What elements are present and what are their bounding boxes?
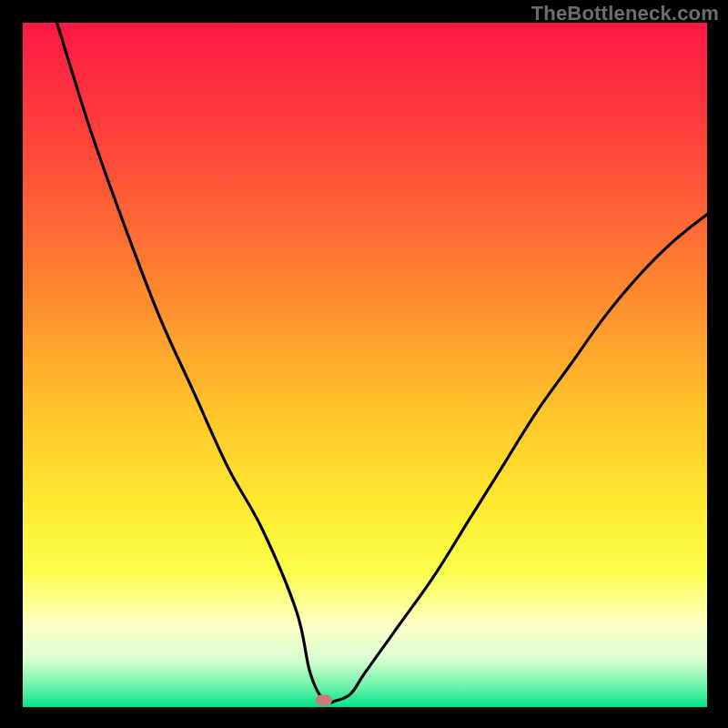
optimal-point-marker	[316, 694, 332, 705]
attribution-label: TheBottleneck.com	[531, 2, 719, 25]
plot-gradient-bg	[23, 23, 707, 707]
chart-container: TheBottleneck.com	[0, 0, 728, 728]
chart-svg	[0, 0, 728, 728]
